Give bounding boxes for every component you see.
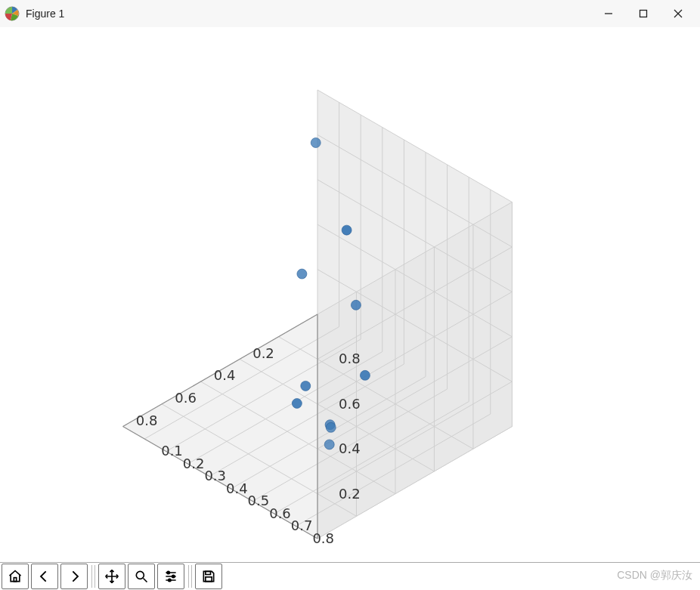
save-button[interactable] [195, 564, 222, 589]
svg-rect-2 [640, 11, 647, 17]
svg-point-60 [351, 300, 361, 310]
svg-text:0.3: 0.3 [204, 468, 226, 483]
svg-text:0.2: 0.2 [339, 486, 361, 502]
svg-point-59 [311, 137, 321, 147]
svg-text:0.2: 0.2 [252, 345, 274, 361]
svg-point-61 [360, 370, 370, 380]
svg-point-63 [342, 225, 352, 235]
svg-point-62 [297, 269, 307, 279]
pan-button[interactable] [98, 564, 125, 589]
home-button[interactable] [2, 564, 29, 589]
configure-subplots-button[interactable] [157, 564, 184, 589]
svg-point-65 [292, 398, 302, 408]
toolbar-separator [188, 565, 192, 588]
forward-button[interactable] [60, 564, 88, 589]
matplotlib-toolbar [0, 562, 700, 590]
svg-rect-75 [206, 577, 212, 582]
svg-point-73 [169, 579, 171, 581]
svg-text:0.8: 0.8 [312, 530, 334, 546]
svg-text:0.6: 0.6 [175, 390, 197, 406]
svg-point-70 [136, 571, 144, 579]
figure-canvas[interactable]: 0.20.40.60.80.10.20.30.40.50.60.70.80.20… [0, 27, 700, 563]
scatter-3d-chart: 0.20.40.60.80.10.20.30.40.50.60.70.80.20… [0, 27, 700, 563]
svg-text:0.4: 0.4 [214, 367, 236, 383]
close-button[interactable] [661, 2, 695, 26]
svg-point-68 [324, 440, 334, 449]
window-title: Figure 1 [26, 8, 64, 20]
svg-point-72 [172, 575, 175, 577]
svg-rect-69 [14, 578, 16, 582]
matplotlib-icon [5, 6, 20, 21]
svg-text:0.2: 0.2 [183, 456, 205, 471]
svg-rect-74 [206, 571, 211, 574]
back-button[interactable] [31, 564, 58, 589]
svg-text:0.8: 0.8 [339, 351, 361, 366]
svg-point-64 [301, 381, 311, 391]
minimize-button[interactable] [591, 2, 626, 26]
svg-point-67 [326, 422, 336, 432]
maximize-button[interactable] [626, 2, 661, 26]
svg-point-71 [167, 571, 169, 573]
svg-text:0.6: 0.6 [339, 396, 361, 412]
svg-text:0.8: 0.8 [136, 412, 158, 428]
svg-text:0.6: 0.6 [269, 505, 291, 521]
svg-text:0.7: 0.7 [291, 517, 313, 533]
svg-text:0.4: 0.4 [339, 440, 361, 456]
svg-text:0.4: 0.4 [226, 480, 248, 496]
toolbar-separator [91, 565, 95, 588]
window-titlebar: Figure 1 [0, 0, 700, 28]
zoom-button[interactable] [128, 564, 155, 589]
svg-text:0.5: 0.5 [248, 493, 270, 508]
svg-text:0.1: 0.1 [161, 443, 183, 459]
